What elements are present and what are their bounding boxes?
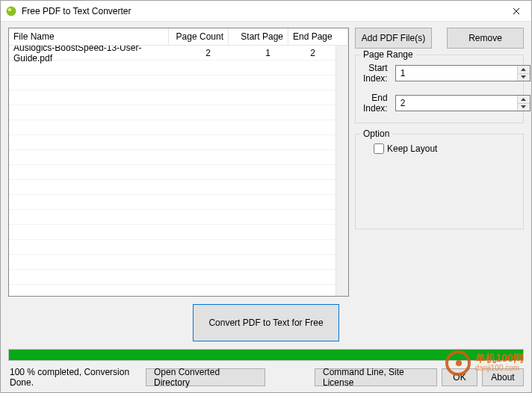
end-index-input[interactable] (396, 96, 517, 111)
file-table[interactable]: File Name Page Count Start Page End Page… (8, 28, 349, 297)
end-index-down[interactable] (518, 104, 530, 111)
cell-start: 1 (216, 46, 276, 61)
cell-end: 2 (276, 46, 335, 61)
start-index-down[interactable] (518, 74, 530, 81)
close-button[interactable] (501, 1, 531, 21)
footer-row: 100 % completed, Conversion Done. Open C… (8, 367, 524, 388)
col-header-count[interactable]: Page Count (169, 28, 229, 46)
table-body: Auslogics-BoostSpeed-13-User-Guide.pdf 2… (9, 46, 335, 296)
page-range-group: Page Range Start Index: End Index: (355, 55, 524, 123)
table-header: File Name Page Count Start Page End Page (9, 28, 348, 46)
svg-point-1 (8, 8, 12, 11)
app-window: Free PDF to Text Converter File Name Pag… (0, 0, 532, 393)
title-bar: Free PDF to Text Converter (1, 1, 531, 22)
option-group: Option Keep Layout (355, 134, 524, 229)
top-row: File Name Page Count Start Page End Page… (8, 28, 524, 297)
start-index-up[interactable] (518, 66, 530, 74)
table-scrollbar[interactable] (335, 46, 348, 296)
keep-layout-label: Keep Layout (387, 143, 437, 154)
end-index-stepper[interactable] (395, 95, 531, 111)
cell-file: Auslogics-BoostSpeed-13-User-Guide.pdf (9, 46, 156, 66)
about-button[interactable]: About (482, 368, 524, 386)
window-title: Free PDF to Text Converter (22, 6, 501, 16)
status-text: 100 % completed, Conversion Done. (8, 367, 146, 388)
app-icon (5, 5, 17, 17)
page-range-legend: Page Range (360, 49, 416, 60)
ok-button[interactable]: OK (442, 368, 477, 386)
keep-layout-checkbox[interactable] (374, 143, 384, 154)
convert-button[interactable]: Convert PDF to Text for Free (193, 304, 339, 341)
svg-point-0 (7, 6, 16, 16)
option-legend: Option (360, 129, 392, 139)
start-index-label: Start Index: (363, 63, 388, 84)
add-pdf-button[interactable]: Add PDF File(s) (355, 28, 432, 49)
open-directory-button[interactable]: Open Converted Directory (146, 368, 265, 386)
end-index-label: End Index: (363, 93, 388, 114)
remove-button[interactable]: Remove (447, 28, 524, 49)
table-row[interactable]: Auslogics-BoostSpeed-13-User-Guide.pdf 2… (9, 46, 335, 61)
command-line-button[interactable]: Command Line, Site License (315, 368, 437, 386)
start-index-stepper[interactable] (395, 65, 531, 81)
col-header-start[interactable]: Start Page (229, 28, 288, 46)
col-header-file[interactable]: File Name (9, 28, 169, 46)
content-area: File Name Page Count Start Page End Page… (1, 22, 531, 392)
cell-count: 2 (156, 46, 216, 61)
controls-column: Add PDF File(s) Remove Page Range Start … (355, 28, 524, 297)
progress-bar (8, 349, 524, 361)
end-index-up[interactable] (518, 96, 530, 104)
col-header-end[interactable]: End Page (288, 28, 348, 46)
start-index-input[interactable] (396, 66, 517, 81)
